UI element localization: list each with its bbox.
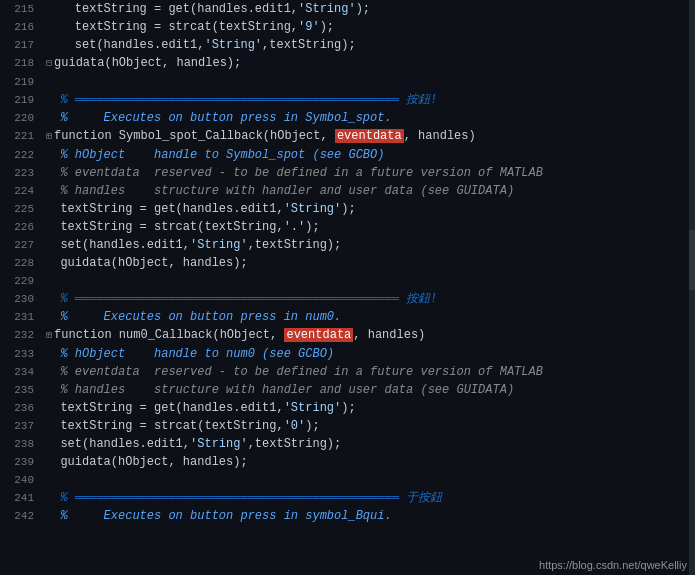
line-content: textString = get(handles.edit1,'String')… bbox=[42, 0, 695, 18]
line-number: 225 bbox=[0, 200, 42, 218]
code-area: 215 textString = get(handles.edit1,'Stri… bbox=[0, 0, 695, 575]
line-content: ⊞function num0_Callback(hObject, eventda… bbox=[42, 326, 695, 345]
line-number: 219 bbox=[0, 91, 42, 109]
string-literal: 'String' bbox=[204, 38, 262, 52]
line-content: % ══════════════════════════════════════… bbox=[42, 290, 695, 308]
string-literal: '0' bbox=[284, 419, 306, 433]
line-number: 233 bbox=[0, 345, 42, 363]
fold-close-icon: ⊟ bbox=[46, 58, 52, 69]
line-content: set(handles.edit1,'String',textString); bbox=[42, 435, 695, 453]
code-line: 219 bbox=[0, 73, 695, 91]
line-number: 217 bbox=[0, 36, 42, 54]
line-content: guidata(hObject, handles); bbox=[42, 453, 695, 471]
code-line: 223 % eventdata reserved - to be defined… bbox=[0, 164, 695, 182]
code-line: 215 textString = get(handles.edit1,'Stri… bbox=[0, 0, 695, 18]
func-text: function num0_Callback(hObject, bbox=[54, 328, 284, 342]
code-line: 217 set(handles.edit1,'String',textStrin… bbox=[0, 36, 695, 54]
line-number: 234 bbox=[0, 363, 42, 381]
line-number: 240 bbox=[0, 471, 42, 489]
line-number: 231 bbox=[0, 308, 42, 326]
line-number: 220 bbox=[0, 109, 42, 127]
line-content: guidata(hObject, handles); bbox=[42, 254, 695, 272]
line-content: % handles structure with handler and use… bbox=[42, 381, 695, 399]
line-content: % eventdata reserved - to be defined in … bbox=[42, 164, 695, 182]
line-content: % ══════════════════════════════════════… bbox=[42, 91, 695, 109]
line-number: 242 bbox=[0, 507, 42, 525]
line-number: 239 bbox=[0, 453, 42, 471]
line-content: % handles structure with handler and use… bbox=[42, 182, 695, 200]
line-content: % Executes on button press in Symbol_spo… bbox=[42, 109, 695, 127]
code-line: 242 % Executes on button press in symbol… bbox=[0, 507, 695, 525]
string-literal: 'String' bbox=[190, 437, 248, 451]
line-number: 237 bbox=[0, 417, 42, 435]
line-number: 230 bbox=[0, 290, 42, 308]
code-line: 225 textString = get(handles.edit1,'Stri… bbox=[0, 200, 695, 218]
highlight-eventdata: eventdata bbox=[284, 328, 353, 342]
line-number: 222 bbox=[0, 146, 42, 164]
code-line: 227 set(handles.edit1,'String',textStrin… bbox=[0, 236, 695, 254]
line-number: 228 bbox=[0, 254, 42, 272]
line-number: 221 bbox=[0, 127, 42, 145]
code-line: 218⊟guidata(hObject, handles); bbox=[0, 54, 695, 73]
line-content: % Executes on button press in num0. bbox=[42, 308, 695, 326]
code-line: 219 % ══════════════════════════════════… bbox=[0, 91, 695, 109]
line-number: 227 bbox=[0, 236, 42, 254]
func-after: , handles) bbox=[353, 328, 425, 342]
string-literal: '9' bbox=[298, 20, 320, 34]
line-content: textString = strcat(textString,'.'); bbox=[42, 218, 695, 236]
code-line: 231 % Executes on button press in num0. bbox=[0, 308, 695, 326]
code-line: 241 % ══════════════════════════════════… bbox=[0, 489, 695, 507]
line-number: 241 bbox=[0, 489, 42, 507]
func-text: function Symbol_spot_Callback(hObject, bbox=[54, 129, 335, 143]
line-content bbox=[42, 272, 695, 290]
line-number: 224 bbox=[0, 182, 42, 200]
string-literal: 'String' bbox=[298, 2, 356, 16]
string-literal: 'String' bbox=[284, 401, 342, 415]
line-number: 219 bbox=[0, 73, 42, 91]
code-line: 234 % eventdata reserved - to be defined… bbox=[0, 363, 695, 381]
scrollbar-thumb[interactable] bbox=[689, 230, 695, 290]
line-content: textString = strcat(textString,'0'); bbox=[42, 417, 695, 435]
code-line: 220 % Executes on button press in Symbol… bbox=[0, 109, 695, 127]
scrollbar[interactable] bbox=[689, 0, 695, 575]
code-line: 240 bbox=[0, 471, 695, 489]
code-text: guidata(hObject, handles); bbox=[54, 56, 241, 70]
code-editor: 215 textString = get(handles.edit1,'Stri… bbox=[0, 0, 695, 575]
code-line: 221⊞function Symbol_spot_Callback(hObjec… bbox=[0, 127, 695, 146]
line-content: % hObject handle to num0 (see GCBO) bbox=[42, 345, 695, 363]
line-content: textString = get(handles.edit1,'String')… bbox=[42, 200, 695, 218]
line-content: ⊟guidata(hObject, handles); bbox=[42, 54, 695, 73]
fold-icon[interactable]: ⊞ bbox=[46, 131, 52, 142]
line-content: textString = strcat(textString,'9'); bbox=[42, 18, 695, 36]
line-content: % ══════════════════════════════════════… bbox=[42, 489, 695, 507]
line-content: % eventdata reserved - to be defined in … bbox=[42, 363, 695, 381]
line-content: textString = get(handles.edit1,'String')… bbox=[42, 399, 695, 417]
code-line: 230 % ══════════════════════════════════… bbox=[0, 290, 695, 308]
highlight-eventdata: eventdata bbox=[335, 129, 404, 143]
watermark: https://blog.csdn.net/qweKelliy bbox=[539, 559, 687, 571]
fold-icon[interactable]: ⊞ bbox=[46, 330, 52, 341]
line-number: 235 bbox=[0, 381, 42, 399]
code-line: 222 % hObject handle to Symbol_spot (see… bbox=[0, 146, 695, 164]
code-line: 232⊞function num0_Callback(hObject, even… bbox=[0, 326, 695, 345]
line-number: 218 bbox=[0, 54, 42, 72]
string-literal: 'String' bbox=[190, 238, 248, 252]
line-number: 223 bbox=[0, 164, 42, 182]
line-content: % Executes on button press in symbol_Bqu… bbox=[42, 507, 695, 525]
code-line: 226 textString = strcat(textString,'.'); bbox=[0, 218, 695, 236]
code-line: 237 textString = strcat(textString,'0'); bbox=[0, 417, 695, 435]
code-line: 224 % handles structure with handler and… bbox=[0, 182, 695, 200]
code-line: 239 guidata(hObject, handles); bbox=[0, 453, 695, 471]
line-content bbox=[42, 471, 695, 489]
code-line: 235 % handles structure with handler and… bbox=[0, 381, 695, 399]
code-line: 216 textString = strcat(textString,'9'); bbox=[0, 18, 695, 36]
code-line: 228 guidata(hObject, handles); bbox=[0, 254, 695, 272]
line-number: 236 bbox=[0, 399, 42, 417]
line-content: % hObject handle to Symbol_spot (see GCB… bbox=[42, 146, 695, 164]
string-literal: 'String' bbox=[284, 202, 342, 216]
code-line: 236 textString = get(handles.edit1,'Stri… bbox=[0, 399, 695, 417]
code-line: 238 set(handles.edit1,'String',textStrin… bbox=[0, 435, 695, 453]
line-content: set(handles.edit1,'String',textString); bbox=[42, 36, 695, 54]
line-content: set(handles.edit1,'String',textString); bbox=[42, 236, 695, 254]
code-line: 229 bbox=[0, 272, 695, 290]
